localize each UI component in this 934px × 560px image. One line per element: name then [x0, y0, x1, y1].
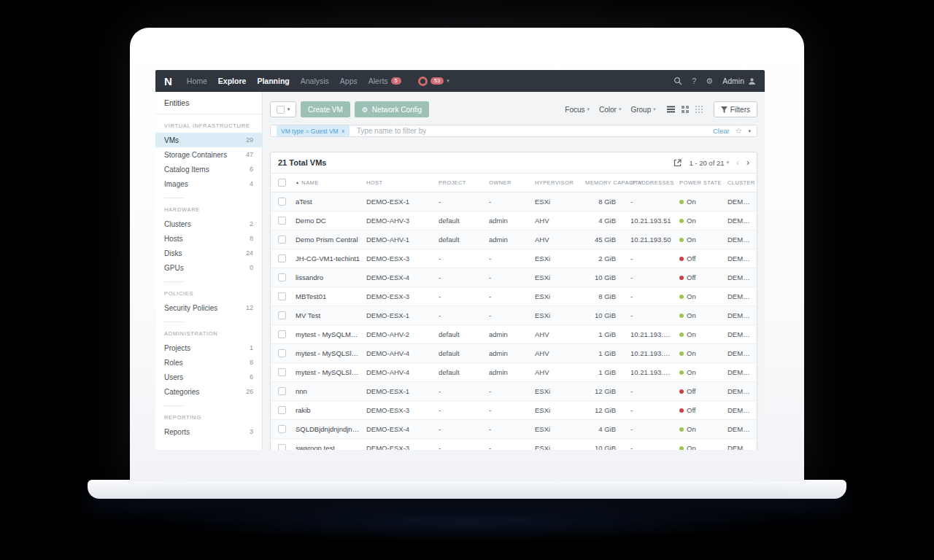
- row-checkbox-cell[interactable]: [271, 192, 293, 211]
- row-checkbox-cell[interactable]: [271, 230, 293, 249]
- cell-power: Off: [676, 401, 725, 419]
- clear-filters-link[interactable]: Clear: [713, 127, 730, 135]
- nav-item-apps[interactable]: Apps: [340, 77, 358, 85]
- health-indicator[interactable]: 53 ▾: [418, 77, 449, 86]
- row-checkbox-cell[interactable]: [271, 211, 293, 230]
- list-view-icon[interactable]: [667, 106, 675, 113]
- column-header-memory[interactable]: MEMORY CAPACITY: [582, 174, 628, 191]
- sidebar-sections: VIRTUAL INFRASTRUCTUREVMs29Storage Conta…: [155, 114, 262, 439]
- user-menu[interactable]: Admin: [722, 77, 756, 85]
- network-config-button[interactable]: ⚙Network Config: [355, 101, 429, 117]
- close-icon[interactable]: ×: [341, 128, 345, 135]
- cell-ip: 10.21.193.126: [628, 363, 676, 381]
- sidebar-item-hosts[interactable]: Hosts8: [155, 231, 262, 246]
- sidebar-item-count: 6: [250, 373, 253, 381]
- table-row[interactable]: JH-CG-VM1-techint1DEMO-ESX-3--ESXi2 GiB-…: [271, 249, 757, 268]
- row-checkbox-cell[interactable]: [271, 287, 293, 306]
- gear-icon[interactable]: ⚙: [706, 77, 713, 85]
- sidebar-item-vms[interactable]: VMs29: [155, 133, 262, 147]
- sidebar-item-label: Catalog Items: [164, 166, 209, 174]
- nav-item-explore[interactable]: Explore: [218, 77, 247, 85]
- chevron-down-icon[interactable]: ▾: [748, 128, 751, 134]
- nav-item-alerts[interactable]: Alerts 5: [368, 77, 401, 85]
- cell-host: DEMO-ESX-3: [363, 439, 436, 450]
- row-checkbox-cell[interactable]: [271, 306, 293, 324]
- sidebar-item-clusters[interactable]: Clusters2: [155, 217, 262, 231]
- dot-grid-view-icon[interactable]: [695, 106, 703, 113]
- select-all-dropdown[interactable]: ▾: [270, 101, 296, 117]
- pagination-range-dropdown[interactable]: 1 - 20 of 21 ▾: [689, 159, 729, 167]
- create-vm-button[interactable]: Create VM: [301, 101, 350, 117]
- filter-chip-vm-type[interactable]: VM type = Guest VM ×: [277, 125, 350, 136]
- filter-bar[interactable]: VM type = Guest VM × Clear ☆ ▾: [270, 125, 757, 137]
- table-row[interactable]: MBTest01DEMO-ESX-3--ESXi8 GiB-OnDEMO-ESX…: [271, 287, 757, 306]
- row-checkbox-cell[interactable]: [271, 382, 293, 400]
- cell-cluster: DEMO-AHV: [725, 325, 757, 343]
- sidebar-item-roles[interactable]: Roles8: [155, 355, 262, 370]
- table-row[interactable]: aTestDEMO-ESX-1--ESXi8 GiB-OnDEMO-ESXI: [271, 192, 757, 211]
- cell-host: DEMO-AHV-3: [363, 211, 436, 230]
- export-icon[interactable]: [674, 159, 682, 167]
- column-header-host[interactable]: HOST: [363, 174, 436, 191]
- nav-item-analysis[interactable]: Analysis: [301, 77, 329, 85]
- table-row[interactable]: lissandroDEMO-ESX-4--ESXi10 GiB-OffDEMO-…: [271, 268, 757, 287]
- cell-hypervisor: ESXi: [532, 306, 582, 324]
- group-dropdown[interactable]: Group ▾: [630, 106, 655, 114]
- cell-ip: 10.21.193.253: [628, 344, 676, 362]
- nav-item-home[interactable]: Home: [187, 77, 207, 85]
- search-icon[interactable]: [674, 77, 682, 85]
- table-row[interactable]: SQLDBjdnjdnjndjnjdnDEMO-ESX-4--ESXi4 GiB…: [271, 420, 757, 439]
- star-icon[interactable]: ☆: [736, 127, 743, 135]
- column-header-hypervisor[interactable]: HYPERVISOR: [532, 174, 582, 191]
- sidebar-item-catalog-items[interactable]: Catalog Items6: [155, 162, 262, 176]
- sidebar-item-projects[interactable]: Projects1: [155, 341, 262, 355]
- column-header-project[interactable]: PROJECT: [436, 174, 486, 191]
- table-row[interactable]: mytest - MySQLMasterDEMO-AHV-2defaultadm…: [271, 325, 757, 344]
- filters-button[interactable]: Filters: [714, 101, 757, 117]
- row-checkbox-cell[interactable]: [271, 439, 293, 450]
- sidebar-item-categories[interactable]: Categories26: [155, 384, 262, 399]
- cell-ip: -: [628, 420, 676, 438]
- page-prev-button[interactable]: ‹: [736, 158, 739, 167]
- grid-view-icon[interactable]: [682, 106, 689, 113]
- nav-item-planning[interactable]: Planning: [257, 77, 289, 85]
- table-row[interactable]: rakibDEMO-ESX-3--ESXi12 GiB-OffDEMO-ESXI: [271, 401, 757, 420]
- row-checkbox-cell[interactable]: [271, 249, 293, 268]
- table-row[interactable]: Demo DCDEMO-AHV-3defaultadminAHV4 GiB10.…: [271, 211, 757, 230]
- sidebar-item-reports[interactable]: Reports3: [155, 424, 262, 439]
- sidebar-item-images[interactable]: Images4: [155, 176, 262, 191]
- row-checkbox-cell[interactable]: [271, 344, 293, 362]
- help-icon[interactable]: ?: [692, 77, 696, 85]
- cell-cluster: DEMO-ESXI: [725, 401, 757, 419]
- table-row[interactable]: MV TestDEMO-ESX-1--ESXi10 GiB-OnDEMO-ESX…: [271, 306, 757, 325]
- column-header-ip[interactable]: IP ADDRESSES: [628, 174, 676, 191]
- row-checkbox-cell[interactable]: [271, 420, 293, 438]
- sidebar-item-storage-containers[interactable]: Storage Containers47: [155, 147, 262, 162]
- row-checkbox-cell[interactable]: [271, 401, 293, 419]
- cell-memory: 8 GiB: [582, 192, 628, 211]
- sidebar-item-disks[interactable]: Disks24: [155, 246, 262, 260]
- column-header-name[interactable]: ▲NAME: [293, 174, 363, 191]
- cell-hypervisor: ESXi: [532, 401, 582, 419]
- table-row[interactable]: mytest - MySQLSlaveVMDEMO-AHV-4defaultad…: [271, 363, 757, 382]
- column-header-power[interactable]: POWER STATE: [676, 174, 725, 191]
- row-checkbox-cell[interactable]: [271, 363, 293, 381]
- cell-ip: 10.21.193.211: [628, 325, 676, 343]
- focus-dropdown[interactable]: Focus ▾: [565, 106, 590, 114]
- table-row[interactable]: mytest - MySQLSlaveVMDEMO-AHV-4defaultad…: [271, 344, 757, 363]
- row-checkbox-cell[interactable]: [271, 325, 293, 343]
- column-header-cluster[interactable]: CLUSTER: [725, 174, 758, 191]
- column-header-owner[interactable]: OWNER: [486, 174, 532, 191]
- table-row[interactable]: swaroop testDEMO-ESX-3--ESXi10 GiB-OnDEM…: [271, 439, 757, 450]
- row-checkbox-cell[interactable]: [271, 268, 293, 287]
- page-next-button[interactable]: ›: [746, 158, 749, 167]
- sidebar-item-users[interactable]: Users6: [155, 370, 262, 384]
- sidebar-item-gpus[interactable]: GPUs0: [155, 260, 262, 275]
- name-filter-input[interactable]: [355, 126, 707, 136]
- table-row[interactable]: Demo Prism CentralDEMO-AHV-1defaultadmin…: [271, 230, 757, 249]
- sort-asc-icon: ▲: [296, 180, 299, 184]
- table-row[interactable]: nnnDEMO-ESX-1--ESXi12 GiB-OffDEMO-ESXI: [271, 382, 757, 401]
- sidebar-item-security-policies[interactable]: Security Policies12: [155, 300, 262, 315]
- header-checkbox-cell[interactable]: [271, 174, 293, 192]
- color-dropdown[interactable]: Color ▾: [599, 106, 621, 114]
